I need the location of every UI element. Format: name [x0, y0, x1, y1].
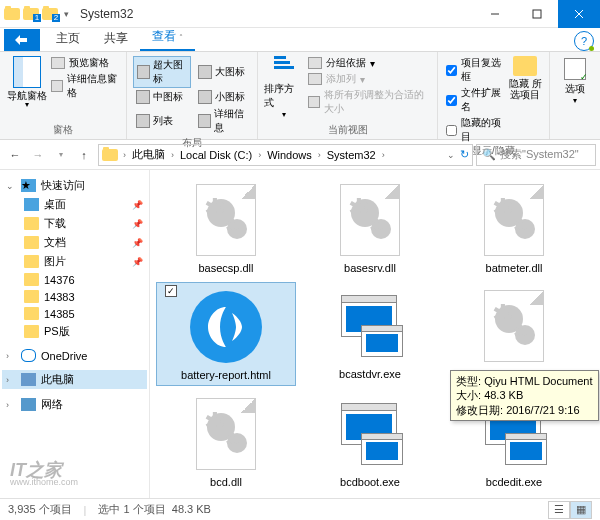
- chevron-right-icon[interactable]: ›: [315, 150, 324, 160]
- breadcrumb-segment[interactable]: System32: [326, 149, 377, 161]
- tree-onedrive[interactable]: ›OneDrive: [2, 347, 147, 364]
- autosize-columns-button[interactable]: 将所有列调整为合适的大小: [308, 88, 431, 116]
- tab-home[interactable]: 主页: [44, 26, 92, 51]
- file-item[interactable]: batmeter.dll: [444, 176, 584, 278]
- file-item[interactable]: ✓battery-report.html: [156, 282, 296, 386]
- chevron-right-icon[interactable]: ›: [379, 150, 388, 160]
- pin-icon: 📌: [132, 200, 143, 210]
- file-label: battery-report.html: [181, 369, 271, 381]
- ribbon-tabs: 主页 共享 查看 ˄ ?: [0, 28, 600, 52]
- maximize-button[interactable]: [516, 0, 558, 28]
- close-button[interactable]: [558, 0, 600, 28]
- selection-checkbox[interactable]: ✓: [165, 285, 177, 297]
- sort-by-button[interactable]: 排序方式▾: [264, 56, 303, 123]
- ribbon: 导航窗格▾ 预览窗格 详细信息窗格 窗格 超大图标 大图标 中图标 小图标 列表…: [0, 52, 600, 140]
- file-menu-button[interactable]: [4, 29, 40, 51]
- tree-item[interactable]: 14383: [2, 288, 147, 305]
- network-icon: [21, 398, 36, 411]
- view-details[interactable]: 详细信息: [195, 106, 251, 136]
- group-by-button[interactable]: 分组依据▾: [308, 56, 431, 70]
- up-button[interactable]: ↑: [73, 144, 95, 166]
- file-label: bcastdvr.exe: [339, 368, 401, 380]
- qat-dropdown-icon[interactable]: ▾: [61, 9, 72, 19]
- file-label: bcd.dll: [210, 476, 242, 488]
- details-pane-icon: [51, 80, 64, 92]
- main-content: ⌄★快速访问 桌面📌 下载📌 文档📌 图片📌 14376 14383 14385…: [0, 170, 600, 498]
- hidden-items-toggle[interactable]: 隐藏的项目: [446, 116, 504, 144]
- view-list[interactable]: 列表: [133, 106, 191, 136]
- address-dropdown-icon[interactable]: ⌄: [444, 150, 458, 160]
- forward-button[interactable]: →: [27, 144, 49, 166]
- details-view-toggle[interactable]: ☰: [548, 501, 570, 519]
- chevron-right-icon[interactable]: ›: [255, 150, 264, 160]
- quick-access-icon: ★: [21, 179, 36, 192]
- breadcrumb-segment[interactable]: Windows: [266, 149, 313, 161]
- file-view[interactable]: basecsp.dllbasesrv.dllbatmeter.dll✓batte…: [150, 170, 600, 498]
- collapse-ribbon-icon[interactable]: ˄: [179, 33, 183, 42]
- window-title: System32: [80, 7, 133, 21]
- tree-item[interactable]: 桌面📌: [2, 195, 147, 214]
- breadcrumb-segment[interactable]: 此电脑: [131, 147, 166, 162]
- file-label: batmeter.dll: [486, 262, 543, 274]
- tree-item[interactable]: 14385: [2, 305, 147, 322]
- search-input[interactable]: 🔍 搜索"System32": [476, 144, 596, 166]
- pin-icon: 📌: [132, 257, 143, 267]
- chevron-right-icon[interactable]: ›: [120, 150, 129, 160]
- recent-locations-button[interactable]: ▾: [50, 144, 72, 166]
- tree-this-pc[interactable]: ›此电脑: [2, 370, 147, 389]
- tree-item[interactable]: 下载📌: [2, 214, 147, 233]
- item-checkboxes-toggle[interactable]: 项目复选框: [446, 56, 504, 84]
- qat-1[interactable]: 1: [23, 8, 39, 20]
- window-icon[interactable]: [4, 8, 20, 20]
- qat-2[interactable]: 2: [42, 8, 58, 20]
- add-columns-button[interactable]: 添加列▾: [308, 72, 431, 86]
- tree-item[interactable]: PS版: [2, 322, 147, 341]
- chevron-right-icon[interactable]: ›: [168, 150, 177, 160]
- file-item[interactable]: bcdboot.exe: [300, 390, 440, 492]
- preview-pane-button[interactable]: 预览窗格: [51, 56, 121, 70]
- dll-file-icon: [484, 290, 544, 362]
- title-bar: 1 2 ▾ System32: [0, 0, 600, 28]
- options-button[interactable]: 选项▾: [556, 56, 594, 105]
- documents-icon: [24, 236, 39, 249]
- onedrive-icon: [21, 349, 36, 362]
- ribbon-group-show-hide: 项目复选框 文件扩展名 隐藏的项目 隐藏 所选项目 显示/隐藏: [438, 52, 550, 139]
- view-extra-large-icons[interactable]: 超大图标: [133, 56, 191, 88]
- refresh-button[interactable]: ↻: [460, 148, 469, 161]
- file-label: basecsp.dll: [198, 262, 253, 274]
- view-large-icons[interactable]: 大图标: [195, 56, 251, 88]
- tree-network[interactable]: ›网络: [2, 395, 147, 414]
- downloads-icon: [24, 217, 39, 230]
- navigation-pane-button[interactable]: 导航窗格▾: [6, 56, 49, 123]
- tree-item[interactable]: 图片📌: [2, 252, 147, 271]
- folder-icon: [24, 325, 39, 338]
- exe-file-icon: [335, 399, 405, 469]
- view-medium-icons[interactable]: 中图标: [133, 89, 191, 105]
- folder-icon: [24, 273, 39, 286]
- details-pane-button[interactable]: 详细信息窗格: [51, 72, 121, 100]
- breadcrumb[interactable]: › 此电脑› Local Disk (C:)› Windows› System3…: [98, 144, 473, 166]
- pin-icon: 📌: [132, 238, 143, 248]
- tab-view[interactable]: 查看 ˄: [140, 24, 195, 51]
- view-small-icons[interactable]: 小图标: [195, 89, 251, 105]
- navigation-sidebar: ⌄★快速访问 桌面📌 下载📌 文档📌 图片📌 14376 14383 14385…: [0, 170, 150, 498]
- tab-share[interactable]: 共享: [92, 26, 140, 51]
- help-button[interactable]: ?: [574, 31, 594, 51]
- back-button[interactable]: ←: [4, 144, 26, 166]
- file-item[interactable]: basesrv.dll: [300, 176, 440, 278]
- pictures-icon: [24, 255, 39, 268]
- address-bar: ← → ▾ ↑ › 此电脑› Local Disk (C:)› Windows›…: [0, 140, 600, 170]
- hide-selected-button[interactable]: 隐藏 所选项目: [507, 56, 543, 144]
- tree-quick-access[interactable]: ⌄★快速访问: [2, 176, 147, 195]
- minimize-button[interactable]: [474, 0, 516, 28]
- svg-rect-1: [533, 10, 541, 18]
- file-item[interactable]: basecsp.dll: [156, 176, 296, 278]
- icons-view-toggle[interactable]: ▦: [570, 501, 592, 519]
- file-item[interactable]: bcd.dll: [156, 390, 296, 492]
- breadcrumb-segment[interactable]: Local Disk (C:): [179, 149, 253, 161]
- file-item[interactable]: bcastdvr.exe: [300, 282, 440, 386]
- tree-item[interactable]: 14376: [2, 271, 147, 288]
- file-extensions-toggle[interactable]: 文件扩展名: [446, 86, 504, 114]
- folder-icon: [24, 290, 39, 303]
- tree-item[interactable]: 文档📌: [2, 233, 147, 252]
